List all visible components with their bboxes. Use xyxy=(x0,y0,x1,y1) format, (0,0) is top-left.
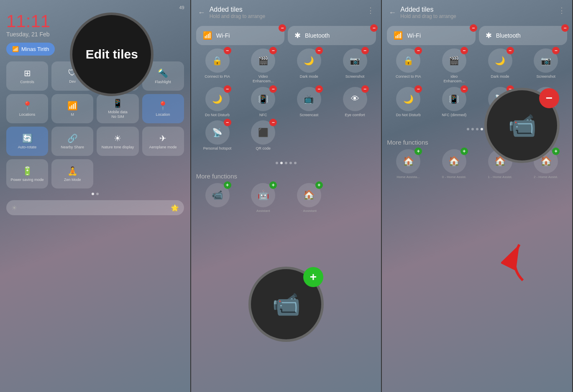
tile-screenshot-3[interactable]: − 📷 Screenshot xyxy=(524,48,567,84)
more-assistant1-label-2: Assistant xyxy=(256,209,270,213)
more-assistant1-add-2[interactable]: + xyxy=(269,181,277,189)
tile-eyecomfort-2[interactable]: − 👁 Eye comfort xyxy=(334,87,376,117)
dnd-remove-2[interactable]: − xyxy=(224,85,231,93)
tile-dnd-3[interactable]: − 🌙 Do Not Disturb xyxy=(387,87,430,117)
dev-label: Dev xyxy=(69,79,76,84)
more-assistant2-icon-2: 🏠 xyxy=(303,190,315,201)
tile-locations[interactable]: 📍 Locations xyxy=(6,94,48,123)
more-assistant2-label-2: · Assistant xyxy=(302,209,317,213)
brightness-bar[interactable]: ☀ 🌟 xyxy=(6,200,184,215)
dnd-icon-2: 🌙 xyxy=(212,94,223,104)
connectpia-icon-3: 🔒 xyxy=(403,56,414,66)
dnd-label-3: Do Not Disturb xyxy=(396,113,421,117)
three-dots-menu-3[interactable]: ⋮ xyxy=(558,6,565,15)
more-assistant2-add-2[interactable]: + xyxy=(315,181,323,189)
red-minus-badge-3[interactable]: − xyxy=(539,88,559,108)
darkmode-remove-3[interactable]: − xyxy=(506,47,514,54)
wifi-remove-badge-2[interactable]: − xyxy=(279,24,286,32)
three-dots-menu-2[interactable]: ⋮ xyxy=(367,6,374,15)
qrcode-circle-2: − ⬛ xyxy=(251,120,275,145)
nfc-remove-2[interactable]: − xyxy=(269,85,277,93)
tile-powersaving[interactable]: 🔋 Power saving mode xyxy=(6,159,48,188)
dnd-remove-3[interactable]: − xyxy=(414,85,422,93)
tile-connectpia-3[interactable]: − 🔒 Connect to PIA xyxy=(387,48,430,84)
location-label: Location xyxy=(156,112,170,117)
videoenh-remove-2[interactable]: − xyxy=(269,47,277,54)
wifi-tile-3[interactable]: − 📶 Wi-Fi xyxy=(387,26,475,45)
tile-nfc-3[interactable]: − 📳 NFC (dimmed) xyxy=(433,87,476,117)
connectpia-remove-2[interactable]: − xyxy=(224,47,231,54)
nfc-remove-3[interactable]: − xyxy=(460,85,468,93)
tile-connectpia-2[interactable]: − 🔒 Connect to PIA xyxy=(196,48,239,84)
screenshot-label-3: Screenshot xyxy=(536,74,555,79)
m-label: M xyxy=(71,112,74,117)
header-subtitle-2: Hold and drag to arrange xyxy=(210,13,265,19)
back-button-2[interactable]: ← xyxy=(198,8,205,17)
screencast-icon-2: 📺 xyxy=(304,94,314,104)
video-remove-circle-overlay-3[interactable]: − 📹 xyxy=(484,88,560,163)
tile-videoenh-2[interactable]: − 🎬 Video Enhancem... xyxy=(242,48,284,84)
screenshot-remove-3[interactable]: − xyxy=(552,47,560,54)
page-dots-1 xyxy=(6,193,184,195)
more-home2-add-3[interactable]: + xyxy=(460,148,468,155)
brightness-max-icon: 🌟 xyxy=(171,204,179,212)
naturetone-label: Nature tone display xyxy=(102,145,134,150)
video-add-circle-overlay-2[interactable]: + 📹 xyxy=(248,267,324,342)
darkmode-remove-2[interactable]: − xyxy=(315,47,323,54)
controls-icon: ⊞ xyxy=(24,68,31,78)
bluetooth-tile-3[interactable]: − ✱ Bluetooth xyxy=(479,26,567,45)
videoenh-remove-3[interactable]: − xyxy=(460,47,468,54)
bt-remove-badge-3[interactable]: − xyxy=(561,24,569,32)
nfc-circle-3: − 📳 xyxy=(442,87,466,111)
videoenh-label-3: ideo Enhancem... xyxy=(440,74,468,84)
tile-m[interactable]: 📶 M xyxy=(51,94,93,123)
wifi-remove-badge-3[interactable]: − xyxy=(470,24,477,32)
tile-nfc-2[interactable]: − 📳 NFC xyxy=(242,87,284,117)
aeroplane-label: Aeroplane mode xyxy=(149,145,177,150)
connectpia-remove-3[interactable]: − xyxy=(414,47,422,54)
tile-hotspot-2[interactable]: − 📡 Personal hotspot xyxy=(196,120,239,151)
tile-mobiledata[interactable]: 📱 Mobile dataNo SIM xyxy=(97,94,138,123)
back-button-3[interactable]: ← xyxy=(389,8,396,17)
more-home4-icon-3: 🏠 xyxy=(540,156,552,167)
eyecomfort-remove-2[interactable]: − xyxy=(361,85,369,93)
tile-darkmode-3[interactable]: − 🌙 Dark mode xyxy=(479,48,522,84)
more-home2-label-3: 0 - Home Assist. xyxy=(442,175,466,179)
more-home1-circle-3: + 🏠 xyxy=(396,149,420,173)
small-tiles-row2-2: − 🌙 Do Not Disturb − 📳 NFC − 📺 xyxy=(196,87,376,117)
more-home1-add-3[interactable]: + xyxy=(414,148,422,155)
videoenh-circle-2: − 🎬 xyxy=(251,48,275,73)
tile-nearbyshare[interactable]: 🔗 Nearby Share xyxy=(51,127,93,156)
tile-autorotate[interactable]: 🔄 Auto-rotate xyxy=(6,127,48,156)
tile-qrcode-2[interactable]: − ⬛ QR code xyxy=(242,120,284,151)
tile-location[interactable]: 📍 Location xyxy=(142,94,184,123)
tile-darkmode-2[interactable]: − 🌙 Dark mode xyxy=(288,48,330,84)
more-home4-add-3[interactable]: + xyxy=(552,148,560,155)
qrcode-remove-2[interactable]: − xyxy=(269,119,277,126)
tile-dnd-2[interactable]: − 🌙 Do Not Disturb xyxy=(196,87,239,117)
hotspot-remove-2[interactable]: − xyxy=(224,119,231,126)
tile-controls[interactable]: ⊞ Controls xyxy=(6,61,48,91)
hotspot-label-2: Personal hotspot xyxy=(203,146,232,151)
videoenh-icon-3: 🎬 xyxy=(449,56,459,66)
dnd-circle-3: − 🌙 xyxy=(396,87,420,111)
tile-zenmode[interactable]: 🧘 Zen Mode xyxy=(51,159,93,188)
darkmode-label-3: Dark mode xyxy=(491,74,509,79)
autorotate-icon: 🔄 xyxy=(22,133,33,143)
screenshot-remove-2[interactable]: − xyxy=(361,47,369,54)
tile-screenshot-2[interactable]: − 📷 Screenshot xyxy=(334,48,376,84)
tile-aeroplane[interactable]: ✈ Aeroplane mode xyxy=(142,127,184,156)
bluetooth-tile-2[interactable]: − ✱ Bluetooth xyxy=(288,26,376,45)
wifi-ssid-button[interactable]: 📶 Minas Tirith xyxy=(6,43,55,56)
wifi-tile-label-3: Wi-Fi xyxy=(407,32,421,39)
wifi-tile-2[interactable]: − 📶 Wi-Fi xyxy=(196,26,284,45)
wifi-ssid-label: Minas Tirith xyxy=(21,46,49,52)
bt-remove-badge-2[interactable]: − xyxy=(370,24,378,32)
green-plus-badge-2[interactable]: + xyxy=(303,267,323,287)
tile-screencast-2[interactable]: − 📺 Screencast xyxy=(288,87,330,117)
more-video-add-2[interactable]: + xyxy=(224,181,231,189)
tile-videoenh-3[interactable]: − 🎬 ideo Enhancem... xyxy=(433,48,476,84)
tile-naturetone[interactable]: ☀ Nature tone display xyxy=(97,127,138,156)
screenshot-circle-2: − 📷 xyxy=(343,48,367,73)
screencast-remove-2[interactable]: − xyxy=(315,85,323,93)
